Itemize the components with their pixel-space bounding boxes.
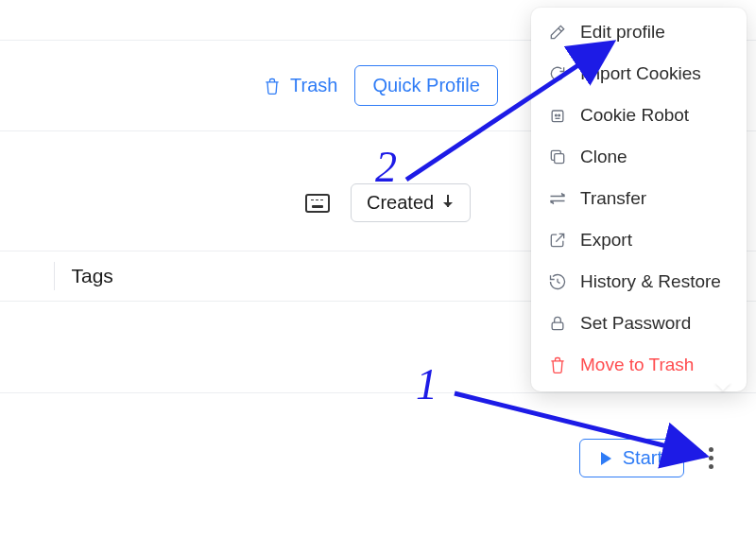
- column-separator: [54, 262, 55, 290]
- trash-icon: [548, 356, 567, 374]
- menu-item-history-restore[interactable]: History & Restore: [531, 261, 747, 303]
- profile-actions: Start: [579, 439, 726, 477]
- svg-rect-4: [552, 322, 563, 330]
- arrow-down-icon: [441, 195, 455, 212]
- menu-item-export[interactable]: Export: [531, 219, 747, 261]
- column-header-tags[interactable]: Tags: [71, 265, 112, 286]
- menu-item-clone[interactable]: Clone: [531, 136, 747, 178]
- trash-icon: [263, 77, 282, 95]
- quick-profile-label: Quick Profile: [372, 75, 479, 96]
- quick-profile-button[interactable]: Quick Profile: [354, 65, 497, 106]
- svg-point-1: [556, 114, 558, 116]
- copy-icon: [548, 147, 567, 166]
- play-icon: [601, 452, 611, 465]
- transfer-icon: [548, 189, 567, 208]
- menu-item-label: Set Password: [580, 313, 691, 334]
- annotation-step-2: 2: [375, 142, 397, 192]
- menu-item-import-cookies[interactable]: Import Cookies: [531, 53, 747, 95]
- keyboard-icon[interactable]: [305, 194, 330, 213]
- refresh-icon: [548, 64, 567, 83]
- menu-item-edit-profile[interactable]: Edit profile: [531, 11, 747, 53]
- start-button[interactable]: Start: [579, 439, 684, 477]
- history-icon: [548, 272, 567, 291]
- lock-icon: [548, 314, 567, 333]
- svg-rect-3: [555, 154, 564, 164]
- svg-point-2: [558, 114, 560, 116]
- divider: [0, 392, 756, 393]
- sort-button[interactable]: Created: [351, 183, 471, 222]
- more-actions-button[interactable]: [696, 441, 726, 477]
- start-label: Start: [623, 447, 662, 469]
- menu-item-label: Edit profile: [580, 22, 665, 43]
- menu-item-move-to-trash[interactable]: Move to Trash: [531, 344, 747, 386]
- menu-item-label: Import Cookies: [580, 63, 701, 84]
- sort-label: Created: [367, 192, 434, 214]
- robot-icon: [548, 106, 567, 125]
- export-icon: [548, 231, 567, 250]
- menu-item-label: Transfer: [580, 188, 646, 209]
- menu-item-transfer[interactable]: Transfer: [531, 178, 747, 219]
- pencil-icon: [548, 23, 567, 42]
- trash-button[interactable]: Trash: [263, 75, 337, 96]
- menu-item-label: Export: [580, 230, 632, 251]
- menu-item-set-password[interactable]: Set Password: [531, 303, 747, 344]
- menu-item-label: Cookie Robot: [580, 105, 689, 126]
- trash-label: Trash: [290, 75, 337, 96]
- svg-rect-0: [552, 111, 563, 122]
- menu-item-cookie-robot[interactable]: Cookie Robot: [531, 95, 747, 136]
- menu-item-label: Clone: [580, 147, 627, 167]
- annotation-step-1: 1: [416, 359, 438, 409]
- menu-item-label: History & Restore: [580, 271, 721, 292]
- menu-item-label: Move to Trash: [580, 355, 694, 375]
- context-menu: Edit profile Import Cookies Cookie Robot…: [531, 8, 747, 391]
